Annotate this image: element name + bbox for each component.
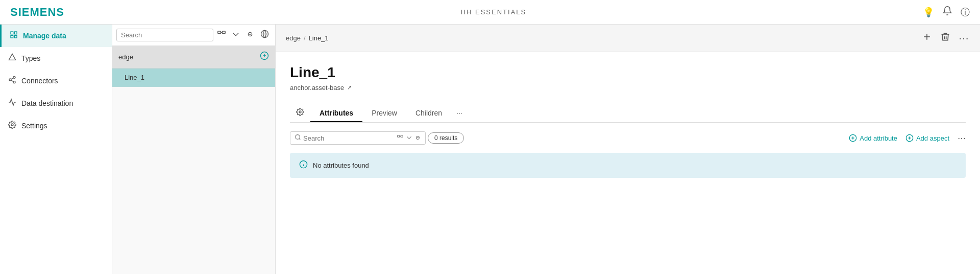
tree-regex-icon[interactable] <box>244 30 256 40</box>
tree-node-edge[interactable]: edge <box>112 46 275 68</box>
attr-filter-icon-2[interactable] <box>406 134 412 142</box>
svg-rect-26 <box>398 135 400 137</box>
add-aspect-button[interactable]: Add aspect <box>905 134 949 142</box>
add-button[interactable] <box>921 31 933 45</box>
tabs-bar: Attributes Preview Children ··· <box>290 104 966 123</box>
svg-point-5 <box>13 76 15 78</box>
detail-subtitle-text: anchor.asset-base <box>290 84 344 92</box>
attr-search-magnifier-icon <box>295 134 301 142</box>
attributes-toolbar: 0 results Add attribute <box>290 131 966 145</box>
topbar: SIEMENS IIH ESSENTIALS 💡 ⓘ <box>0 0 980 25</box>
siemens-logo: SIEMENS <box>10 6 64 19</box>
attr-filter-icon-1[interactable] <box>397 134 404 142</box>
sidebar-item-connectors[interactable]: Connectors <box>0 70 112 92</box>
attributes-more-button[interactable]: ⋯ <box>958 133 966 143</box>
tree-filter-icon-2[interactable] <box>230 30 242 40</box>
notifications-icon[interactable] <box>942 6 952 18</box>
external-link-icon[interactable]: ↗ <box>347 84 352 91</box>
add-attribute-label: Add attribute <box>860 134 897 142</box>
breadcrumb: edge / Line_1 <box>286 34 329 42</box>
svg-rect-1 <box>14 32 17 34</box>
svg-line-9 <box>11 78 14 79</box>
attributes-search-input[interactable] <box>303 134 395 142</box>
info-circle-icon <box>299 160 308 171</box>
svg-rect-12 <box>222 31 225 33</box>
sidebar-label-data-destination: Data destination <box>21 99 73 107</box>
tab-attributes[interactable]: Attributes <box>310 105 362 122</box>
detail-title: Line_1 <box>290 64 966 81</box>
breadcrumb-current: Line_1 <box>309 34 329 42</box>
delete-button[interactable] <box>939 31 951 45</box>
svg-rect-3 <box>14 35 17 38</box>
share-icon <box>8 76 16 86</box>
grid-icon <box>10 31 18 41</box>
shapes-icon <box>8 53 16 63</box>
svg-point-7 <box>13 81 15 83</box>
sidebar-item-settings[interactable]: Settings <box>0 115 112 137</box>
tree-search-input[interactable] <box>116 29 213 41</box>
breadcrumb-parent[interactable]: edge <box>286 34 301 42</box>
sidebar: Manage data Types Connectors <box>0 25 112 274</box>
add-aspect-label: Add aspect <box>916 134 949 142</box>
sidebar-item-types[interactable]: Types <box>0 47 112 70</box>
sidebar-label-connectors: Connectors <box>21 77 58 85</box>
svg-rect-27 <box>401 135 403 137</box>
svg-point-10 <box>11 124 13 126</box>
svg-rect-11 <box>218 31 221 33</box>
globe-icon[interactable] <box>258 29 271 41</box>
sidebar-item-manage-data[interactable]: Manage data <box>0 25 112 47</box>
tab-gear-icon[interactable] <box>290 104 310 123</box>
svg-point-24 <box>296 135 300 140</box>
destination-icon <box>8 98 16 108</box>
tab-children[interactable]: Children <box>406 105 451 122</box>
add-attribute-button[interactable]: Add attribute <box>849 134 897 142</box>
svg-line-8 <box>11 80 14 82</box>
more-options-button[interactable]: ⋯ <box>958 31 970 45</box>
detail-header: edge / Line_1 <box>276 25 980 52</box>
tree-search-bar <box>112 25 275 46</box>
tab-preview[interactable]: Preview <box>362 105 406 122</box>
main-layout: Manage data Types Connectors <box>0 25 980 274</box>
sidebar-label-manage-data: Manage data <box>23 32 66 40</box>
gear-icon <box>8 121 16 131</box>
search-results-badge: 0 results <box>428 132 464 144</box>
topbar-actions: 💡 ⓘ <box>923 6 970 18</box>
detail-header-actions: ⋯ <box>921 31 970 45</box>
svg-line-25 <box>299 139 300 140</box>
no-attributes-message: No attributes found <box>313 162 369 169</box>
sidebar-label-types: Types <box>21 54 40 62</box>
sidebar-item-data-destination[interactable]: Data destination <box>0 92 112 115</box>
tree-add-child-icon[interactable] <box>260 51 269 63</box>
sidebar-label-settings: Settings <box>21 122 47 130</box>
attributes-search-box <box>290 131 426 145</box>
tree-filter-icon-1[interactable] <box>215 30 228 40</box>
attributes-search-wrap: 0 results <box>290 131 464 145</box>
tree-node-line1[interactable]: Line_1 <box>112 68 275 87</box>
no-attributes-bar: No attributes found <box>290 153 966 178</box>
detail-subtitle: anchor.asset-base ↗ <box>290 84 966 92</box>
attributes-actions: Add attribute Add aspect ⋯ <box>849 133 966 143</box>
svg-rect-2 <box>11 35 13 38</box>
content-area: edge Line_1 edge / L <box>112 25 980 274</box>
tab-more-icon[interactable]: ··· <box>451 105 468 121</box>
tree-node-line1-label: Line_1 <box>125 74 144 81</box>
attr-regex-icon[interactable] <box>414 134 421 142</box>
svg-point-23 <box>299 111 301 113</box>
svg-rect-0 <box>11 32 13 34</box>
svg-point-6 <box>9 79 11 81</box>
breadcrumb-separator: / <box>304 34 306 42</box>
svg-marker-4 <box>9 54 15 60</box>
app-title: IIH ESSENTIALS <box>461 8 526 16</box>
detail-body: Line_1 anchor.asset-base ↗ Attributes Pr… <box>276 52 980 274</box>
info-icon[interactable]: ⓘ <box>961 6 970 18</box>
tree-panel: edge Line_1 <box>112 25 276 274</box>
detail-panel: edge / Line_1 <box>276 25 980 274</box>
lightbulb-icon[interactable]: 💡 <box>923 7 934 18</box>
tree-node-edge-label: edge <box>118 53 133 61</box>
